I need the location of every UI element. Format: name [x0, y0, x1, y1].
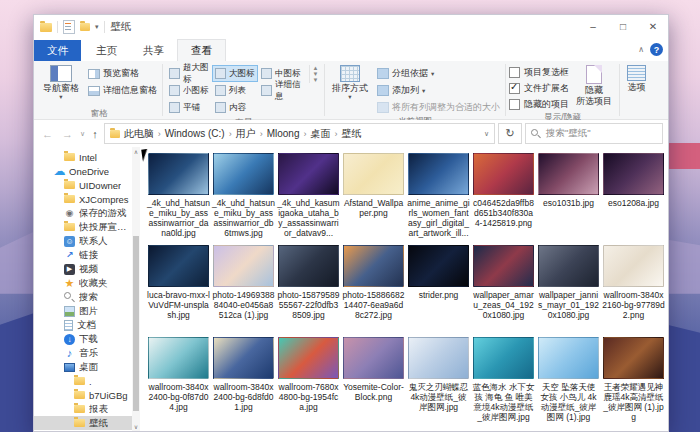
layout-option-content[interactable]: 内容	[212, 99, 258, 116]
tab-file[interactable]: 文件	[34, 40, 81, 61]
search-input[interactable]: 搜索"壁纸"	[546, 127, 591, 140]
hidden-items-checkbox-icon[interactable]	[509, 99, 520, 110]
up-button[interactable]: ↑	[89, 128, 101, 140]
sidebar-item-music[interactable]: ♪音乐	[34, 346, 132, 360]
item-checkboxes-checkbox-icon[interactable]	[509, 67, 520, 78]
add-columns-button[interactable]: 添加列 ▾	[375, 83, 502, 98]
file-item[interactable]: Afstand_Wallpaper.png	[341, 153, 406, 245]
sidebar-item-bizhi[interactable]: 壁纸	[34, 416, 132, 430]
file-item[interactable]: 天空 坠落天使 女孩 小鸟儿 4k动漫壁纸_彼岸图网 (1).jpg	[536, 337, 601, 429]
file-item[interactable]: Yosemite-Color-Block.png	[341, 337, 406, 429]
sidebar-item-favorites[interactable]: ★收藏夹	[34, 276, 132, 290]
sidebar-item-videos[interactable]: ▶视频	[34, 262, 132, 276]
breadcrumb[interactable]: 此电脑›Windows (C:)›用户›Mloong›桌面›壁纸 ∨	[104, 123, 495, 144]
file-item[interactable]: anime_anime_girls_women_fantasy_girl_dig…	[406, 153, 471, 245]
sidebar-item-desktop[interactable]: 桌面	[34, 360, 132, 374]
file-item[interactable]: photo-1496938884040-e0456a8512ca (1).jpg	[211, 245, 276, 337]
file-item[interactable]: _4k_uhd_hatsune_miku_by_assassinwarrior_…	[211, 153, 276, 245]
checkbox-file-extensions[interactable]: 文件扩展名	[509, 82, 569, 95]
scroll-down-icon[interactable]: ∨	[134, 422, 138, 431]
sidebar-item-search[interactable]: 搜索	[34, 290, 132, 304]
search-box[interactable]: 搜索"壁纸"	[525, 123, 663, 144]
back-button[interactable]: ←	[39, 128, 56, 140]
new-folder-icon[interactable]	[80, 23, 90, 31]
tab-view[interactable]: 查看	[177, 39, 226, 61]
customize-quick-access-icon[interactable]: ▾	[95, 23, 99, 31]
sidebar-item-intel[interactable]: Intel	[34, 150, 132, 164]
layout-option-tiles[interactable]: 平铺	[166, 99, 212, 116]
forward-button[interactable]: →	[59, 128, 76, 140]
scroll-up-icon[interactable]: ∧	[134, 147, 138, 156]
preview-pane-button[interactable]: 预览窗格	[86, 66, 159, 81]
options-button[interactable]: 选项	[623, 63, 650, 94]
layout-option-large-icons[interactable]: 大图标	[212, 65, 258, 82]
layout-option-small-icons[interactable]: 小图标	[166, 82, 212, 99]
file-item[interactable]: wallroom-3840x2160-bg-97789d2.png	[601, 245, 666, 337]
address-dropdown-icon[interactable]: ∨	[484, 130, 489, 138]
file-item[interactable]: photo-1588668214407-6ea9a6d8c272.jpg	[341, 245, 406, 337]
file-item[interactable]: 蓝色海水 水下女孩 海龟 鱼 唯美意境4k动漫壁纸_彼岸图网.jpg	[471, 337, 536, 429]
properties-icon[interactable]	[63, 20, 75, 34]
file-item[interactable]: _4k_uhd_kasumigaoka_utaha_by_assassinwar…	[276, 153, 341, 245]
sidebar-item-uidowner[interactable]: UIDowner	[34, 178, 132, 192]
breadcrumb-segment[interactable]: Mloong	[267, 128, 300, 139]
maximize-button[interactable]: □	[608, 15, 638, 39]
file-extensions-checkbox-icon[interactable]	[509, 83, 520, 94]
breadcrumb-segment[interactable]: 桌面	[310, 127, 330, 141]
sidebar-item-kuaitouping[interactable]: 快投屏宣传物	[34, 220, 132, 234]
sidebar-item-xjcompres[interactable]: XJCompres	[34, 192, 132, 206]
checkbox-hidden-items[interactable]: 隐藏的项目	[509, 98, 569, 111]
details-pane-button[interactable]: 详细信息窗格	[86, 83, 159, 98]
file-item[interactable]: wallpaper_amaru_zeas_04_1920x1080.jpg	[471, 245, 536, 337]
sidebar-item-onedrive[interactable]: ☁OneDrive	[34, 164, 132, 178]
minimize-button[interactable]: –	[578, 15, 608, 39]
file-item[interactable]: luca-bravo-mxx-lVuVdFM-unsplash.jpg	[146, 245, 211, 337]
breadcrumb-segment[interactable]: 用户	[236, 127, 256, 141]
file-item[interactable]: eso1208a.jpg	[601, 153, 666, 245]
file-item[interactable]: 王者荣耀遇见神鹿瑶4k高清壁纸_彼岸图网 (1).jpg	[601, 337, 666, 429]
file-item[interactable]: 鬼灭之刃蝴蝶忍 4k动漫壁纸_彼岸图网.jpg	[406, 337, 471, 429]
file-item[interactable]: eso1031b.jpg	[536, 153, 601, 245]
layout-option-details[interactable]: 详细信息	[258, 82, 304, 99]
size-all-columns-button[interactable]: 将所有列调整为合适的大小	[375, 100, 502, 115]
layout-option-list[interactable]: 列表	[212, 82, 258, 99]
refresh-button[interactable]: ↻	[498, 123, 522, 144]
group-by-button[interactable]: 分组依据 ▾	[375, 66, 502, 81]
sidebar-item-documents[interactable]: 文档	[34, 318, 132, 332]
breadcrumb-segment[interactable]: 此电脑	[124, 127, 154, 141]
sidebar-item-links[interactable]: ↗链接	[34, 248, 132, 262]
sidebar-item-baobiao[interactable]: 报表	[34, 402, 132, 416]
file-item[interactable]: photo-1587958955567-22f0dfb38509.jpg	[276, 245, 341, 337]
breadcrumb-segment[interactable]: 壁纸	[341, 127, 361, 141]
sidebar-item-pictures[interactable]: 图片	[34, 304, 132, 318]
gallery-more-icon[interactable]: ▼	[310, 77, 321, 83]
file-item[interactable]: wallroom-7680x4800-bg-1954fca.jpg	[276, 337, 341, 429]
recent-locations-icon[interactable]: ∨	[79, 130, 86, 138]
sidebar-item-saved-games[interactable]: ◉保存的游戏	[34, 206, 132, 220]
file-item[interactable]: wallpaper_jannis_mayr_01_1920x1080.jpg	[536, 245, 601, 337]
layout-option-extra-large-icons[interactable]: 超大图标	[166, 65, 212, 82]
checkbox-item-checkboxes[interactable]: 项目复选框	[509, 66, 569, 79]
sidebar-scrollbar[interactable]: ∧ ∨	[132, 147, 140, 431]
sidebar-item-dot-folder[interactable]: .	[34, 374, 132, 388]
sidebar-item-contacts[interactable]: ☺联系人	[34, 234, 132, 248]
gallery-scrollbar[interactable]: ▲ ▼ ▼	[309, 65, 321, 83]
file-item[interactable]: wallroom-3840x2400-bg-0f87d04.jpg	[146, 337, 211, 429]
close-button[interactable]: ✕	[638, 15, 668, 39]
scrollbar-thumb[interactable]	[133, 236, 139, 412]
sidebar-item-downloads[interactable]: ↓下载	[34, 332, 132, 346]
tab-home[interactable]: 主页	[83, 40, 130, 61]
file-item[interactable]: _4k_uhd_hatsune_miku_by_assassinwarrior_…	[146, 153, 211, 245]
hide-selected-items-button[interactable]: 隐藏 所选项目	[572, 63, 616, 108]
collapse-ribbon-icon[interactable]: ∧	[638, 45, 644, 54]
tab-share[interactable]: 共享	[130, 40, 177, 61]
sidebar-item-b7uigbg[interactable]: b7UiGBg	[34, 388, 132, 402]
scrollbar-track[interactable]	[132, 156, 140, 422]
breadcrumb-segment[interactable]: Windows (C:)	[165, 128, 225, 139]
file-item[interactable]: c046452da9ffb8d651b340f830a4-1425819.png	[471, 153, 536, 245]
file-item[interactable]: strider.png	[406, 245, 471, 337]
help-icon[interactable]: ?	[650, 43, 663, 56]
sort-by-button[interactable]: 排序方式 ▾	[328, 63, 372, 102]
file-item[interactable]: wallroom-3840x2400-bg-6d8fd01.jpg	[211, 337, 276, 429]
navigation-pane-button[interactable]: 导航窗格 ▾	[39, 63, 83, 102]
